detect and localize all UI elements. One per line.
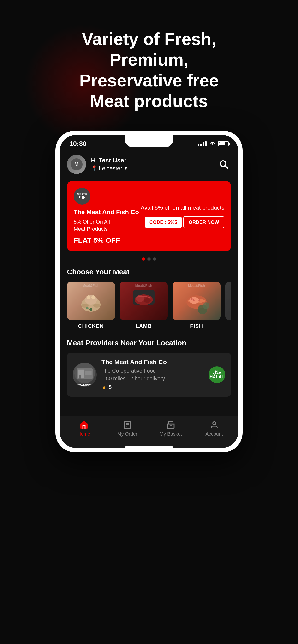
- category-extra[interactable]: MORE: [225, 282, 231, 329]
- user-location[interactable]: 📍 Leicester ▼: [91, 165, 128, 172]
- home-indicator: [125, 446, 173, 448]
- category-chicken[interactable]: Meat&Fish: [67, 282, 115, 329]
- svg-point-20: [203, 302, 209, 309]
- svg-point-18: [191, 298, 193, 300]
- phone-mockup: 10:30: [55, 131, 243, 452]
- account-icon: [210, 421, 219, 429]
- dot-2[interactable]: [147, 257, 151, 261]
- search-button[interactable]: [217, 157, 231, 172]
- banner-store-logo: MEAT&FISH: [74, 188, 90, 204]
- svg-point-10: [86, 307, 89, 309]
- svg-rect-26: [79, 375, 81, 378]
- provider-card[interactable]: MEAT&FISH The Meat And Fish Co The Co-op…: [67, 353, 231, 396]
- star-icon: ★: [101, 384, 107, 391]
- provider-logo: MEAT&FISH: [73, 363, 97, 387]
- svg-text:M: M: [74, 161, 79, 167]
- location-pin-icon: 📍: [91, 165, 97, 172]
- lamb-label: LAMB: [135, 323, 152, 329]
- meat-categories: Meat&Fish: [67, 282, 231, 329]
- svg-point-32: [213, 422, 216, 425]
- nav-home[interactable]: Home: [70, 421, 98, 437]
- app-header: M Hi Test User 📍 Leicester: [67, 155, 231, 174]
- carousel-dots: [67, 257, 231, 261]
- provider-name: The Meat And Fish Co: [101, 358, 204, 366]
- basket-icon: [167, 421, 175, 429]
- home-label: Home: [77, 431, 90, 437]
- chicken-label: CHICKEN: [78, 323, 104, 329]
- page-wrapper: Variety of Fresh, Premium, Preservative …: [0, 0, 298, 644]
- svg-point-7: [91, 296, 95, 299]
- halal-badge: حلال HALAL: [209, 366, 225, 383]
- status-time: 10:30: [69, 140, 87, 148]
- banner-offer-text: 5% Offer On All Meat Products: [74, 218, 139, 233]
- svg-line-3: [225, 166, 228, 168]
- order-icon: [123, 421, 132, 429]
- fish-label: FISH: [190, 323, 203, 329]
- phone-screen: 10:30: [60, 135, 238, 448]
- banner-store-name: The Meat And Fish Co: [74, 208, 139, 216]
- dot-3[interactable]: [153, 257, 157, 261]
- banner-cta: CODE : 5%5 ORDER NOW: [145, 216, 224, 228]
- status-bar: 10:30: [60, 135, 238, 150]
- home-icon: [80, 421, 88, 429]
- providers-title: Meat Providers Near Your Location: [67, 339, 231, 347]
- status-icons: [198, 140, 229, 147]
- nav-orders[interactable]: My Order: [113, 421, 142, 437]
- user-info: M Hi Test User 📍 Leicester: [67, 155, 128, 174]
- user-name: Test User: [99, 157, 127, 164]
- account-label: Account: [205, 431, 223, 437]
- app-content: M Hi Test User 📍 Leicester: [60, 150, 238, 416]
- discount-value: 5% OFF: [93, 236, 120, 244]
- provider-location: The Co-operative Food: [101, 368, 204, 374]
- orders-label: My Order: [117, 431, 137, 437]
- notch: [125, 135, 173, 147]
- battery-icon: [218, 141, 229, 146]
- nav-basket[interactable]: My Basket: [157, 421, 185, 437]
- hero-headline: Variety of Fresh, Premium, Preservative …: [41, 0, 257, 131]
- categories-title: Choose Your Meat: [67, 268, 231, 276]
- signal-icon: [198, 141, 207, 146]
- promo-code: CODE : 5%5: [145, 216, 182, 228]
- svg-point-9: [93, 304, 100, 308]
- dropdown-arrow-icon: ▼: [123, 166, 128, 171]
- category-fish[interactable]: Meat&Fish: [173, 282, 221, 329]
- order-now-button[interactable]: ORDER NOW: [183, 216, 224, 228]
- spacer: [67, 396, 231, 411]
- provider-info: 1.50 miles - 2 hour delivery: [101, 376, 204, 382]
- user-details: Hi Test User 📍 Leicester ▼: [91, 157, 128, 172]
- category-lamb[interactable]: Meat&Fish LAMB: [120, 282, 168, 329]
- banner-discount: FLAT 5% OFF: [74, 236, 139, 244]
- svg-point-15: [144, 298, 151, 303]
- promo-banner: MEAT&FISH The Meat And Fish Co 5% Offer …: [67, 181, 231, 251]
- nav-account[interactable]: Account: [200, 421, 229, 437]
- banner-right: Avail 5% off on all meat products CODE :…: [140, 188, 224, 244]
- provider-details: The Meat And Fish Co The Co-operative Fo…: [101, 358, 204, 391]
- dot-1[interactable]: [141, 257, 145, 261]
- provider-rating: ★ 5: [101, 384, 204, 391]
- banner-avail-text: Avail 5% off on all meat products: [140, 204, 224, 211]
- svg-point-6: [87, 296, 90, 299]
- svg-rect-25: [85, 371, 92, 375]
- bottom-nav: Home My Order: [60, 416, 238, 444]
- svg-point-11: [89, 308, 92, 311]
- avatar: M: [67, 155, 86, 174]
- user-greeting: Hi Test User: [91, 157, 128, 164]
- banner-left: MEAT&FISH The Meat And Fish Co 5% Offer …: [74, 188, 139, 244]
- svg-point-5: [85, 295, 97, 304]
- basket-label: My Basket: [160, 431, 182, 437]
- rating-value: 5: [109, 384, 112, 390]
- wifi-icon: [209, 140, 216, 147]
